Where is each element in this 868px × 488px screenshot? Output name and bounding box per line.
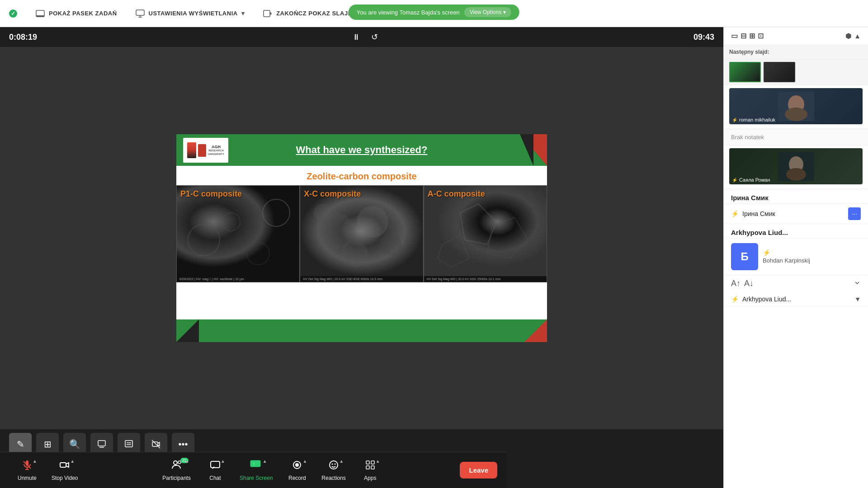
participant-roman-video: ⚡ roman mikhailuk — [729, 88, 863, 124]
next-slide-label: Następny slajd: — [729, 49, 769, 55]
end-slideshow-btn[interactable]: ZAKOŃCZ POKAZ SLAJDÓW — [263, 9, 363, 19]
saygla-name: Саяла Роман — [739, 177, 770, 183]
svg-point-51 — [785, 108, 807, 121]
svg-point-18 — [314, 204, 332, 222]
leave-btn[interactable]: Leave — [460, 462, 497, 479]
unmute-btn[interactable]: ▲ Unmute — [9, 457, 45, 484]
reactions-btn[interactable]: ▲ Reactions — [315, 457, 352, 484]
slide-title: What have we synthesized? — [296, 144, 428, 156]
font-increase-btn[interactable]: A↑ — [731, 279, 741, 288]
participant-roman-card: ⚡ roman mikhailuk — [724, 85, 868, 129]
display-settings-btn[interactable]: USTAWIENIA WYŚWIETLANIA ▾ — [135, 9, 245, 19]
participants-btn[interactable]: 22 ▲ Participants — [156, 457, 197, 484]
bottom-bar: ▲ Unmute ▲ Stop Video — [0, 452, 506, 488]
chat-btn[interactable]: ▲ Chat — [197, 457, 233, 484]
slide-subtitle: Zeolite-carbon composite — [176, 166, 547, 185]
p1c-info: 6/29/2022 | HV: mag □ | HV: vacMode | 10… — [177, 276, 299, 282]
unmute-icon: ▲ — [22, 460, 33, 473]
single-view-icon[interactable]: ▭ — [731, 32, 738, 40]
slide-footer-accent — [524, 319, 547, 342]
record-icon: ▲ — [292, 460, 302, 473]
composite-xc: X-C composite — [300, 185, 423, 282]
collapse-icon[interactable]: ⬢ — [845, 32, 851, 40]
top-bar: ✓ POKAŻ PASEK ZADAŃ USTAWIENIA WYŚWIETLA… — [0, 0, 868, 27]
arkhypova-chevron-icon[interactable]: ▼ — [854, 296, 861, 303]
p1c-image — [177, 186, 299, 276]
svg-rect-37 — [211, 461, 220, 468]
p1c-label: P1-C composite — [180, 189, 242, 199]
share-screen-label: Share Screen — [240, 475, 273, 481]
arkhypova-row-left: ⚡ Arkhypova Liud... — [731, 296, 791, 303]
slide-frame: AGH RESEARCHUNIVERSITY What have we synt… — [176, 134, 547, 342]
end-slideshow-icon — [263, 9, 273, 19]
chevron-up-icon[interactable]: ▲ — [854, 32, 861, 40]
roman-name-tag: ⚡ roman mikhailuk — [732, 117, 775, 122]
display-settings-label: USTAWIENIA WYŚWIETLANIA — [149, 10, 238, 17]
svg-point-43 — [332, 463, 333, 465]
roman-face-svg — [778, 92, 814, 121]
stop-video-btn[interactable]: ▲ Stop Video — [45, 457, 85, 484]
participant-saygla-video: ⚡ Саяла Роман — [729, 148, 863, 184]
xc-label: X-C composite — [304, 189, 361, 199]
font-decrease-btn[interactable]: A↓ — [744, 279, 754, 288]
svg-rect-46 — [371, 461, 374, 464]
svg-rect-38 — [250, 460, 260, 467]
svg-rect-48 — [371, 466, 374, 469]
right-panel-header: ▭ ⊟ ⊞ ⊡ ⬢ ▲ — [724, 27, 868, 45]
arkhypova-mic-icon: ⚡ — [731, 296, 739, 303]
svg-point-41 — [295, 463, 299, 467]
unmute-label: Unmute — [18, 475, 37, 481]
main-layout: 0:08:19 ⏸ ↺ 09:43 AGH — [0, 27, 868, 488]
pause-btn[interactable]: ⏸ — [350, 31, 363, 43]
svg-point-17 — [379, 233, 402, 256]
elapsed-time: 0:08:19 — [9, 33, 37, 42]
arkhypova-section-header: Arkhypova Liud... — [724, 224, 868, 239]
svg-rect-28 — [152, 442, 158, 446]
panel-view-icons: ▭ ⊟ ⊞ ⊡ — [731, 32, 764, 40]
participants-section: ⚡ roman mikhailuk Brak notatek — [724, 85, 868, 488]
iryna-header-name: Ірина Смик — [731, 194, 769, 202]
show-taskbar-btn[interactable]: POKAŻ PASEK ZADAŃ — [35, 9, 117, 19]
presentation-area: 0:08:19 ⏸ ↺ 09:43 AGH — [0, 27, 723, 488]
svg-point-44 — [335, 463, 336, 465]
slide-header: AGH RESEARCHUNIVERSITY What have we synt… — [176, 134, 547, 166]
remaining-time: 09:43 — [693, 33, 714, 42]
iryna-name: Ірина Смик — [742, 210, 775, 217]
svg-rect-25 — [125, 441, 132, 447]
svg-rect-8 — [177, 186, 299, 276]
stop-video-icon: ▲ — [59, 460, 70, 473]
grid-view-icon[interactable]: ⊟ — [741, 32, 746, 40]
share-screen-icon: ↑ ▲ — [250, 460, 263, 473]
view-options-btn[interactable]: View Options ▾ — [464, 7, 511, 17]
slide-control-icons: ⏸ ↺ — [350, 31, 381, 43]
bohdan-avatar: Б — [731, 243, 758, 270]
right-panel: ▭ ⊟ ⊞ ⊡ ⬢ ▲ Następny slajd: — [723, 27, 868, 488]
share-screen-btn[interactable]: ↑ ▲ Share Screen — [233, 457, 279, 484]
reset-btn[interactable]: ↺ — [368, 31, 381, 43]
display-settings-icon — [135, 9, 145, 19]
expand-chevron-icon[interactable] — [854, 279, 861, 288]
multi-view-icon[interactable]: ⊞ — [749, 32, 755, 40]
thumbnail-2[interactable] — [764, 62, 795, 82]
saygla-name-tag: ⚡ Саяла Роман — [732, 177, 770, 183]
iryna-mic-icon: ⚡ — [731, 210, 739, 217]
apps-btn[interactable]: ▲ Apps — [352, 457, 388, 484]
iryna-section-header: Ірина Смик — [724, 189, 868, 204]
participants-group: 22 ▲ Participants — [156, 457, 197, 484]
gallery-view-icon[interactable]: ⊡ — [758, 32, 764, 40]
bohdan-info: ⚡ Bohdan Karpinskij — [763, 249, 861, 264]
thumbnail-1[interactable] — [729, 62, 761, 82]
participants-label: Participants — [162, 475, 191, 481]
iryna-more-btn[interactable]: ··· — [848, 207, 861, 220]
record-btn[interactable]: ▲ Record — [279, 457, 315, 484]
apps-label: Apps — [364, 475, 376, 481]
ac-texture — [424, 186, 547, 276]
security-icon-area: ✓ — [9, 9, 17, 18]
thumbnail-strip — [724, 59, 868, 85]
shield-icon: ✓ — [9, 9, 17, 18]
font-size-controls: A↑ A↓ — [724, 275, 868, 292]
taskbar-icon — [35, 9, 45, 19]
svg-rect-23 — [98, 441, 105, 446]
xc-texture — [300, 186, 423, 276]
notes-label: Brak notatek — [731, 134, 764, 141]
